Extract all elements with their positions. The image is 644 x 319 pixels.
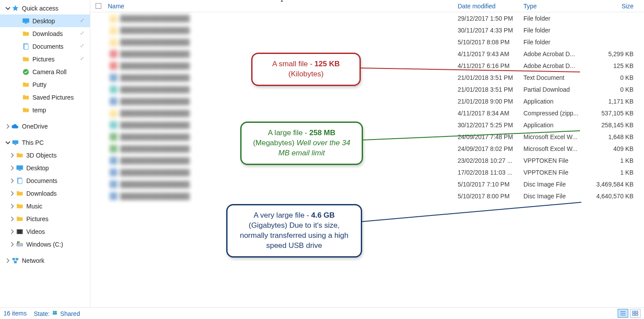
- sidebar-item-3dobjects[interactable]: 3D Objects: [0, 149, 90, 161]
- sidebar-item-pc-downloads[interactable]: Downloads: [0, 187, 90, 200]
- folder-icon: [22, 93, 30, 101]
- tree-label: Network: [22, 257, 44, 264]
- tree-label: Documents: [26, 177, 57, 184]
- file-icon: [110, 74, 117, 82]
- file-icon: [110, 62, 117, 70]
- chevron-right-icon: [10, 178, 15, 183]
- file-icon: [110, 157, 117, 165]
- sidebar-item-pc-videos[interactable]: Videos: [0, 225, 90, 238]
- cell-type: Partial Download: [523, 86, 587, 93]
- svg-line-24: [362, 202, 581, 222]
- cell-type: Disc Image File: [523, 181, 587, 188]
- tree-onedrive[interactable]: OneDrive: [0, 120, 90, 133]
- file-row[interactable]: ████████████████21/01/2018 3:51 PMPartia…: [90, 83, 644, 95]
- cell-date: 5/10/2017 8:08 PM: [458, 39, 523, 46]
- sidebar-item-pc-cdrive[interactable]: Windows (C:): [0, 238, 90, 251]
- cell-size: 1 KB: [587, 157, 644, 164]
- sidebar-item-documents[interactable]: Documents: [0, 40, 90, 53]
- cell-date: 21/01/2018 9:00 PM: [458, 98, 523, 105]
- tree-label: Pictures: [26, 215, 49, 222]
- sidebar-item-putty[interactable]: Putty: [0, 78, 90, 91]
- tree-label: Putty: [32, 81, 46, 88]
- file-name: ████████████████: [120, 193, 190, 200]
- sidebar-item-pc-desktop[interactable]: Desktop: [0, 161, 90, 174]
- sidebar-item-pc-documents[interactable]: Documents: [0, 174, 90, 187]
- select-all-checkbox[interactable]: [90, 3, 106, 9]
- sidebar-item-savedpictures[interactable]: Saved Pictures: [0, 91, 90, 104]
- file-row[interactable]: ████████████████17/02/2018 11:03 ...VPPT…: [90, 166, 644, 178]
- folder-icon: [16, 151, 24, 159]
- file-name: ████████████████: [120, 122, 190, 129]
- cell-size: 3,469,584 KB: [587, 181, 644, 188]
- file-row[interactable]: ████████████████5/10/2017 7:10 PMDisc Im…: [90, 178, 644, 190]
- cell-size: 5,299 KB: [587, 50, 644, 57]
- file-row[interactable]: ████████████████24/09/2017 7:48 PMMicros…: [90, 131, 644, 143]
- sidebar-item-desktop[interactable]: Desktop: [0, 14, 90, 27]
- tree-this-pc[interactable]: This PC: [0, 136, 90, 149]
- column-header-date[interactable]: Date modified: [458, 3, 523, 10]
- file-row[interactable]: ████████████████4/11/2017 9:43 AMAdobe A…: [90, 48, 644, 60]
- sidebar-item-downloads[interactable]: Downloads: [0, 27, 90, 40]
- file-name: ████████████████: [120, 145, 190, 152]
- svg-point-26: [55, 311, 57, 313]
- cell-size: 1,648 KB: [587, 133, 644, 140]
- sidebar-item-temp[interactable]: temp: [0, 104, 90, 116]
- column-header-size[interactable]: Size: [587, 3, 644, 10]
- svg-rect-3: [24, 44, 28, 49]
- cell-size: 0 KB: [587, 86, 644, 93]
- view-details-button[interactable]: [618, 309, 628, 318]
- file-row[interactable]: ████████████████21/01/2018 3:51 PMText D…: [90, 72, 644, 83]
- svg-rect-12: [17, 229, 18, 234]
- tree-label: Desktop: [26, 165, 49, 172]
- column-headers: ▲Name Date modified Type Size: [90, 0, 644, 12]
- status-bar: 16 items State: Shared: [0, 307, 644, 319]
- sidebar-item-cameraroll[interactable]: Camera Roll: [0, 65, 90, 78]
- chevron-right-icon: [5, 258, 11, 263]
- computer-icon: [11, 139, 19, 147]
- file-row[interactable]: ████████████████30/12/2017 5:25 PMApplic…: [90, 119, 644, 131]
- tree-label: Downloads: [26, 190, 57, 197]
- file-row[interactable]: ████████████████21/01/2018 9:00 PMApplic…: [90, 95, 644, 107]
- cell-type: Compressed (zipp...: [523, 110, 587, 117]
- file-row[interactable]: ████████████████4/11/2017 8:34 AMCompres…: [90, 107, 644, 119]
- tree-label: temp: [32, 107, 46, 114]
- file-icon: [110, 133, 117, 141]
- svg-rect-17: [17, 243, 18, 244]
- file-name: ████████████████: [120, 74, 190, 81]
- file-icon: [110, 26, 117, 34]
- cell-size: 0 KB: [587, 74, 644, 81]
- cell-type: File folder: [523, 39, 587, 46]
- cell-type: Microsoft Excel W...: [523, 145, 587, 152]
- sidebar-item-pictures[interactable]: Pictures: [0, 53, 90, 65]
- chevron-right-icon: [10, 165, 15, 171]
- shared-icon: [51, 310, 58, 316]
- file-row[interactable]: ████████████████5/10/2017 8:08 PMFile fo…: [90, 36, 644, 48]
- cell-date: 4/11/2017 6:16 PM: [458, 62, 523, 69]
- tree-label: 3D Objects: [26, 152, 57, 159]
- cell-date: 23/02/2018 10:27 ...: [458, 157, 523, 164]
- file-row[interactable]: ████████████████29/12/2017 1:50 PMFile f…: [90, 12, 644, 24]
- view-thumbnails-button[interactable]: [630, 309, 640, 318]
- cell-size: 1 KB: [587, 169, 644, 176]
- file-row[interactable]: ████████████████4/11/2017 6:16 PMAdobe A…: [90, 60, 644, 72]
- file-row[interactable]: ████████████████30/11/2017 4:33 PMFile f…: [90, 24, 644, 36]
- column-header-name[interactable]: ▲Name: [106, 3, 458, 10]
- sidebar-item-pc-music[interactable]: Music: [0, 200, 90, 212]
- column-header-type[interactable]: Type: [523, 3, 587, 10]
- cell-type: VPPTOKEN File: [523, 169, 587, 176]
- tree-network[interactable]: Network: [0, 254, 90, 267]
- sidebar-item-pc-pictures[interactable]: Pictures: [0, 212, 90, 225]
- file-row[interactable]: ████████████████23/02/2018 10:27 ...VPPT…: [90, 154, 644, 166]
- file-icon: [110, 180, 117, 188]
- file-row[interactable]: ████████████████24/09/2017 8:02 PMMicros…: [90, 143, 644, 154]
- tree-quick-access[interactable]: Quick access: [0, 2, 90, 14]
- chevron-right-icon: [10, 242, 15, 247]
- file-icon: [110, 109, 117, 117]
- svg-rect-5: [12, 140, 18, 143]
- svg-rect-10: [18, 178, 22, 183]
- file-row[interactable]: ████████████████5/10/2017 8:00 PMDisc Im…: [90, 190, 644, 202]
- cell-date: 5/10/2017 8:00 PM: [458, 193, 523, 200]
- svg-rect-6: [14, 144, 17, 145]
- pin-icon: [78, 17, 85, 25]
- cell-size: 125 KB: [587, 62, 644, 69]
